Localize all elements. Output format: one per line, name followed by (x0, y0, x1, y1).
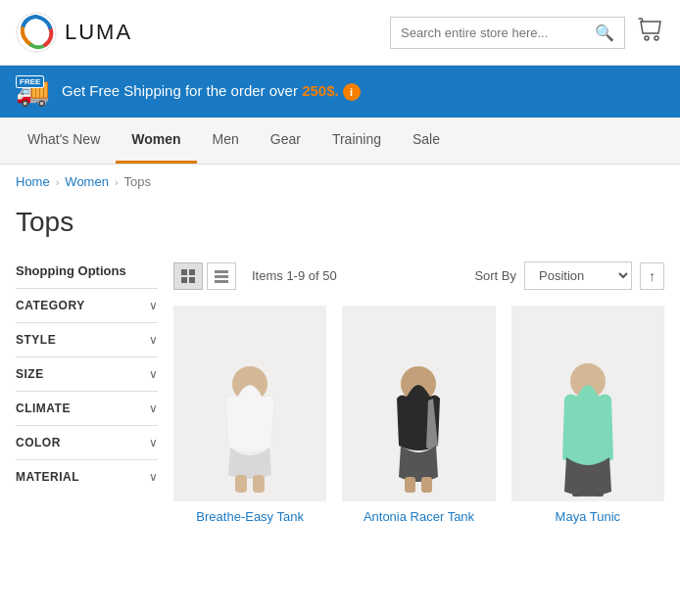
main-layout: Shopping Options CATEGORY ∨ STYLE ∨ SIZE… (0, 254, 680, 524)
nav-item-whats-new[interactable]: What's New (12, 118, 116, 164)
product-card[interactable]: Maya Tunic (511, 306, 664, 524)
search-bar[interactable]: 🔍 (390, 17, 625, 49)
product-card[interactable]: Antonia Racer Tank (342, 306, 495, 524)
svg-rect-9 (215, 280, 228, 283)
svg-rect-3 (181, 269, 187, 275)
svg-rect-15 (421, 477, 432, 493)
style-chevron-icon: ∨ (149, 333, 158, 347)
svg-rect-11 (235, 475, 247, 493)
list-view-button[interactable] (207, 262, 236, 290)
banner-amount: 250$. (302, 82, 339, 99)
breadcrumb: Home › Women › Tops (0, 165, 680, 199)
product-image (191, 310, 309, 497)
logo-icon (16, 12, 57, 53)
grid-view-button[interactable] (173, 262, 203, 290)
view-toggle (173, 262, 236, 290)
svg-rect-8 (215, 275, 228, 278)
filter-category: CATEGORY ∨ (16, 288, 158, 322)
breadcrumb-home[interactable]: Home (16, 174, 50, 189)
size-chevron-icon: ∨ (149, 367, 158, 381)
color-chevron-icon: ∨ (149, 436, 158, 450)
search-input[interactable] (401, 25, 595, 40)
products-grid: Breathe-Easy Tank (173, 306, 664, 524)
nav-item-men[interactable]: Men (197, 118, 255, 164)
svg-point-1 (645, 36, 649, 40)
svg-rect-7 (215, 270, 228, 273)
breadcrumb-current: Tops (124, 174, 151, 189)
search-icon[interactable]: 🔍 (595, 24, 614, 42)
sort-section: Sort By Position Name Price ↑ (474, 261, 664, 290)
filter-size: SIZE ∨ (16, 356, 158, 391)
banner-text: Get Free Shipping for the order over 250… (62, 82, 361, 101)
svg-rect-4 (189, 269, 195, 275)
header-right: 🔍 (390, 16, 664, 49)
page-title: Tops (0, 199, 680, 254)
logo-text: LUMA (65, 20, 132, 45)
cart-button[interactable] (637, 16, 664, 49)
product-image (529, 310, 647, 497)
sidebar-title: Shopping Options (16, 254, 158, 288)
breadcrumb-sep-2: › (115, 176, 119, 188)
product-image (360, 310, 477, 497)
filter-color-label: COLOR (16, 436, 61, 450)
svg-rect-17 (572, 492, 583, 497)
filter-category-label: CATEGORY (16, 299, 85, 312)
filter-style-label: STYLE (16, 333, 56, 347)
svg-point-2 (655, 36, 658, 40)
breadcrumb-sep-1: › (56, 176, 60, 188)
category-chevron-icon: ∨ (149, 299, 158, 312)
product-name-2[interactable]: Maya Tunic (511, 509, 664, 524)
site-header: LUMA 🔍 (0, 0, 680, 66)
sort-asc-button[interactable]: ↑ (640, 262, 664, 290)
filter-climate-label: CLIMATE (16, 402, 71, 415)
product-name-1[interactable]: Antonia Racer Tank (342, 509, 495, 524)
product-area: Items 1-9 of 50 Sort By Position Name Pr… (173, 254, 664, 524)
shipping-banner: 🚚 FREE Get Free Shipping for the order o… (0, 66, 680, 118)
sort-select[interactable]: Position Name Price (524, 261, 632, 290)
sort-label: Sort By (474, 268, 516, 283)
nav-item-training[interactable]: Training (316, 118, 397, 164)
material-chevron-icon: ∨ (149, 470, 158, 484)
nav-item-sale[interactable]: Sale (397, 118, 456, 164)
nav-item-gear[interactable]: Gear (255, 118, 316, 164)
filter-color: COLOR ∨ (16, 425, 158, 459)
filter-size-label: SIZE (16, 367, 44, 381)
items-count: Items 1-9 of 50 (252, 268, 337, 283)
filter-material-label: MATERIAL (16, 470, 79, 484)
logo[interactable]: LUMA (16, 12, 132, 53)
product-name-0[interactable]: Breathe-Easy Tank (173, 509, 326, 524)
toolbar: Items 1-9 of 50 Sort By Position Name Pr… (173, 254, 664, 306)
svg-rect-6 (189, 277, 195, 283)
svg-rect-5 (181, 277, 187, 283)
svg-rect-18 (593, 492, 604, 497)
filter-style: STYLE ∨ (16, 322, 158, 356)
sidebar: Shopping Options CATEGORY ∨ STYLE ∨ SIZE… (16, 254, 158, 524)
nav-item-women[interactable]: Women (116, 118, 196, 164)
main-navigation: What's New Women Men Gear Training Sale (0, 118, 680, 165)
product-card[interactable]: Breathe-Easy Tank (173, 306, 326, 524)
filter-climate: CLIMATE ∨ (16, 391, 158, 425)
svg-rect-12 (253, 475, 265, 493)
climate-chevron-icon: ∨ (149, 402, 158, 415)
breadcrumb-women[interactable]: Women (65, 174, 109, 189)
svg-rect-14 (405, 477, 415, 493)
filter-material: MATERIAL ∨ (16, 459, 158, 494)
info-icon[interactable]: i (343, 83, 361, 101)
